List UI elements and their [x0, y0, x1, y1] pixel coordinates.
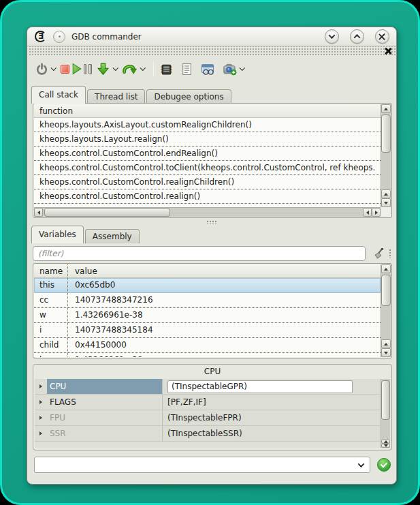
callstack-row[interactable]: kheops.control.CustomControl.realignChil… [34, 175, 381, 189]
callstack-vertical-scrollbar[interactable] [381, 104, 391, 207]
panel-splitter[interactable] [27, 219, 396, 226]
register-value-editor[interactable]: (TInspectableGPR) [167, 380, 353, 393]
scrollbar-thumb[interactable] [381, 114, 391, 153]
tab-assembly[interactable]: Assembly [85, 229, 140, 243]
expander-icon[interactable] [35, 384, 47, 388]
step-into-dropdown-icon[interactable] [112, 65, 118, 71]
step-over-button[interactable] [122, 60, 138, 78]
watch-window-button[interactable] [201, 60, 215, 78]
clear-filter-button[interactable] [371, 246, 386, 261]
variable-row-child[interactable]: child 0x44150000 [34, 338, 381, 353]
variable-row-cc[interactable]: cc 140737488347216 [34, 293, 381, 308]
column-header-value[interactable]: value [68, 264, 381, 277]
scroll-down-button[interactable] [381, 444, 390, 448]
pause-icon [84, 64, 92, 74]
splitter-grip-icon [206, 220, 217, 224]
toolbar-separator [153, 61, 154, 76]
chevron-down-icon [329, 32, 336, 39]
callstack-row[interactable]: kheops.control.CustomControl.toClient(kh… [34, 161, 381, 175]
shade-up-button[interactable] [350, 29, 364, 44]
step-over-icon [122, 62, 138, 76]
snapshot-button[interactable] [223, 60, 237, 78]
scroll-down-button[interactable] [381, 198, 391, 207]
expander-icon[interactable] [35, 431, 47, 435]
callstack-list: function kheops.layouts.AxisLayout.custo… [34, 104, 381, 207]
callstack-row[interactable]: kheops.layouts.AxisLayout.customRealignC… [34, 118, 381, 132]
stop-button[interactable] [61, 60, 69, 78]
send-command-button[interactable] [377, 458, 391, 472]
scroll-up-button[interactable] [381, 339, 391, 348]
variables-filter-row [33, 245, 392, 262]
variables-vertical-scrollbar[interactable] [381, 264, 391, 357]
dock-close-icon[interactable] [384, 47, 392, 55]
gdb-command-input[interactable] [35, 458, 355, 472]
check-icon [381, 460, 388, 468]
scroll-right-button[interactable] [372, 208, 381, 217]
callstack-horizontal-scrollbar[interactable] [34, 207, 381, 217]
power-button[interactable] [35, 60, 48, 78]
close-icon [378, 33, 386, 40]
window-menu-button[interactable] [53, 31, 65, 43]
power-icon [35, 63, 48, 76]
scrollbar-thumb[interactable] [381, 380, 390, 420]
variables-header-row: name value [34, 264, 381, 278]
power-dropdown-icon[interactable] [51, 65, 56, 71]
register-row-ssr[interactable]: SSR (TInspectableSSR) [35, 426, 380, 442]
message-list-button[interactable] [181, 60, 193, 78]
stop-icon [61, 65, 69, 74]
tab-thread-list[interactable]: Thread list [87, 89, 145, 104]
expander-icon[interactable] [35, 416, 47, 420]
callstack-column-header[interactable]: function [34, 104, 381, 118]
register-row-flags[interactable]: FLAGS [PF,ZF,IF] [35, 395, 380, 410]
variable-row-h[interactable]: h 1.43266961e-38 [34, 353, 381, 357]
window-title: GDB commander [71, 32, 142, 42]
debug-toolbar [27, 57, 396, 80]
step-over-dropdown-icon[interactable] [140, 65, 146, 71]
cpu-chip-icon [160, 63, 173, 76]
play-icon [71, 63, 82, 75]
register-row-cpu[interactable]: CPU (TInspectableGPR) [35, 379, 380, 395]
cpu-view-button[interactable] [160, 60, 173, 78]
scroll-down-button[interactable] [381, 348, 391, 357]
scroll-up-button[interactable] [381, 104, 391, 113]
callstack-row[interactable]: kheops.control.CustomControl.endRealign(… [34, 147, 381, 161]
variable-row-w[interactable]: w 1.43266961e-38 [34, 308, 381, 323]
scrollbar-thumb[interactable] [44, 208, 170, 217]
variables-table: name value this 0xc65db0 cc 140737488347… [34, 264, 381, 357]
cpu-groupbox: CPU CPU (TInspectableGPR) FLAGS [PF,ZF,I… [33, 364, 392, 450]
step-into-button[interactable] [96, 60, 110, 78]
callstack-tabbar: Call stack Thread list Debugee options [31, 86, 231, 104]
callstack-row[interactable]: kheops.layouts.Layout.realign() [34, 132, 381, 147]
app-logo-icon: Ǝ [34, 30, 47, 43]
tab-call-stack[interactable]: Call stack [31, 86, 86, 104]
desktop-frame: Ǝ GDB commander [0, 0, 420, 505]
scroll-left-button[interactable] [363, 208, 372, 217]
callstack-row[interactable]: kheops.control.CustomControl.realign() [34, 189, 381, 204]
filter-input[interactable] [33, 246, 366, 261]
chevron-up-icon [354, 34, 361, 41]
combo-dropdown-icon[interactable] [358, 461, 365, 468]
shade-down-button[interactable] [325, 29, 339, 44]
run-button[interactable] [71, 60, 82, 78]
snapshot-dropdown-icon[interactable] [239, 65, 244, 71]
variable-row-this[interactable]: this 0xc65db0 [34, 278, 381, 293]
pause-button[interactable] [84, 60, 92, 78]
cpu-vertical-scrollbar[interactable] [381, 379, 390, 448]
dock-drag-handle[interactable] [28, 46, 397, 57]
close-window-button[interactable] [375, 29, 389, 44]
scrollbar-thumb[interactable] [381, 275, 391, 306]
gdb-command-combobox[interactable] [34, 457, 370, 473]
filter-splitter-grip[interactable] [389, 249, 392, 258]
scroll-up-button[interactable] [381, 264, 391, 273]
register-row-fpu[interactable]: FPU (TInspectableFPR) [35, 410, 380, 426]
variable-row-i[interactable]: i 140737488345184 [34, 323, 381, 338]
titlebar: Ǝ GDB commander [27, 27, 396, 46]
callstack-panel: function kheops.layouts.AxisLayout.custo… [33, 103, 392, 218]
scroll-left-button[interactable] [34, 208, 43, 217]
expander-icon[interactable] [35, 400, 47, 404]
tab-debugee-options[interactable]: Debugee options [146, 89, 231, 104]
column-header-name[interactable]: name [34, 264, 68, 277]
scroll-up-button[interactable] [381, 189, 391, 198]
gdb-commander-window: Ǝ GDB commander [27, 27, 397, 485]
tab-variables[interactable]: Variables [31, 226, 84, 243]
